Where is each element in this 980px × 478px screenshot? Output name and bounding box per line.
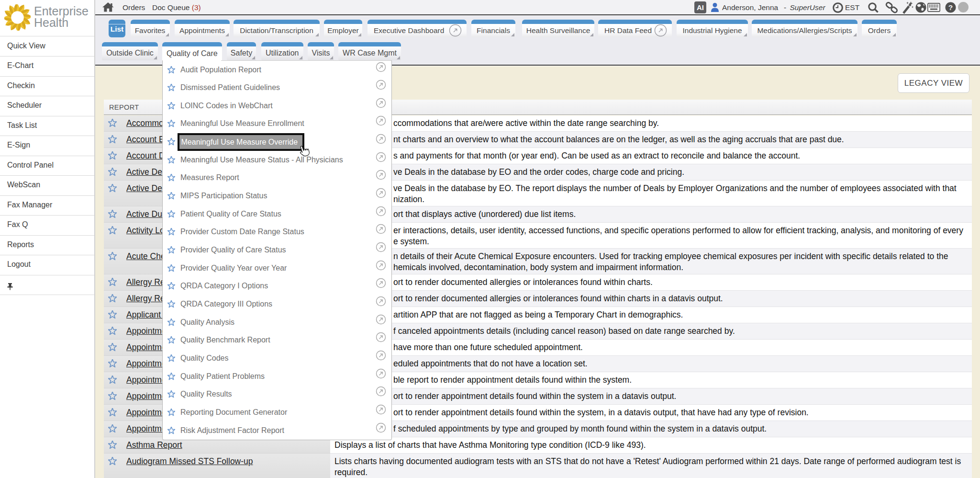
svg-text:?: ?: [948, 3, 953, 11]
